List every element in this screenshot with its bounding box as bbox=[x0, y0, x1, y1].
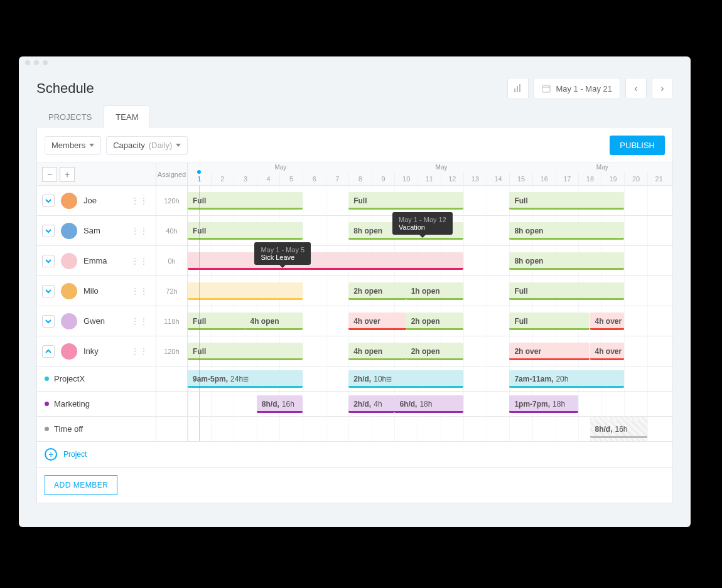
schedule-bar[interactable]: Full bbox=[348, 192, 463, 210]
schedule-bar[interactable]: 4h over bbox=[348, 313, 406, 330]
day-cell[interactable]: 21 bbox=[647, 172, 671, 186]
timeline[interactable]: Full4h open4h over2h openFull4h over bbox=[188, 306, 672, 336]
add-project-button[interactable]: + Project bbox=[37, 442, 94, 467]
schedule-bar[interactable]: Full bbox=[188, 343, 303, 360]
zoom-out-button[interactable]: − bbox=[42, 167, 57, 182]
schedule-bar[interactable]: 2h open bbox=[406, 343, 464, 360]
day-cell[interactable]: 8 bbox=[348, 172, 372, 186]
day-cell[interactable]: 18 bbox=[578, 172, 601, 186]
timeline[interactable]: 2h open1h openFull bbox=[188, 276, 672, 306]
schedule-bar[interactable]: 8h open bbox=[509, 222, 624, 240]
schedule-bar[interactable]: 4h open bbox=[348, 343, 406, 360]
members-select[interactable]: Members bbox=[45, 136, 101, 155]
drag-handle[interactable]: ⋮⋮ bbox=[128, 346, 151, 356]
timeline[interactable]: FullFullFull bbox=[188, 186, 672, 215]
expand-toggle[interactable] bbox=[42, 315, 55, 328]
schedule-bar[interactable]: 2h/d, 4h bbox=[348, 395, 394, 413]
day-cell[interactable]: 16 bbox=[532, 172, 556, 186]
project-name: Marketing bbox=[54, 399, 151, 409]
drag-handle[interactable]: ⋮⋮ bbox=[128, 286, 151, 296]
schedule-bar[interactable]: Full bbox=[188, 222, 303, 240]
traffic-light-icon bbox=[34, 60, 39, 65]
day-cell[interactable]: 13 bbox=[463, 172, 487, 186]
tab-projects[interactable]: PROJECTS bbox=[36, 105, 104, 128]
timeline[interactable]: 8h openMay 1 - May 5Sick Leave bbox=[188, 246, 672, 275]
schedule-bar[interactable]: 2h open bbox=[348, 282, 406, 300]
schedule-bar[interactable]: 4h open bbox=[245, 313, 303, 330]
header: Schedule May 1 - May 21 ‹ › bbox=[19, 69, 691, 105]
expand-toggle[interactable] bbox=[42, 195, 55, 207]
schedule-bar[interactable]: Full bbox=[509, 282, 624, 300]
schedule-bar[interactable]: 4h over bbox=[590, 313, 625, 330]
timeline[interactable]: Full4h open2h open2h over4h over bbox=[188, 336, 672, 366]
drag-handle[interactable]: ⋮⋮ bbox=[128, 196, 151, 206]
day-cell[interactable]: 20 bbox=[624, 172, 647, 186]
day-cell[interactable]: 7 bbox=[326, 172, 349, 186]
timeline[interactable]: Full8h open8h openMay 1 - May 12Vacation bbox=[188, 216, 672, 245]
calendar-icon bbox=[542, 84, 551, 93]
add-member-button[interactable]: ADD MEMBER bbox=[45, 475, 117, 495]
avatar bbox=[61, 283, 77, 299]
drag-handle[interactable]: ⋮⋮ bbox=[128, 316, 151, 326]
expand-toggle[interactable] bbox=[42, 285, 55, 297]
day-cell[interactable]: 14 bbox=[487, 172, 510, 186]
day-cell[interactable]: 3 bbox=[234, 172, 257, 186]
expand-toggle[interactable] bbox=[42, 255, 55, 267]
panel: Members Capacity (Daily) PUBLISH − + Ass… bbox=[36, 128, 673, 503]
titlebar bbox=[19, 56, 691, 69]
schedule-bar[interactable]: 9am-5pm, 24h ☰ bbox=[188, 370, 303, 388]
day-cell[interactable]: 11 bbox=[418, 172, 441, 186]
schedule-bar[interactable]: 7am-11am, 20h bbox=[509, 370, 624, 388]
day-cell[interactable]: 10 bbox=[394, 172, 418, 186]
prev-button[interactable]: ‹ bbox=[625, 78, 647, 99]
avatar bbox=[61, 313, 77, 329]
next-button[interactable]: › bbox=[652, 78, 673, 99]
chevron-down-icon bbox=[89, 144, 94, 147]
schedule-bar[interactable]: 6h/d, 18h bbox=[394, 395, 463, 413]
schedule-bar[interactable]: 8h/d, 16h bbox=[590, 420, 648, 438]
publish-button[interactable]: PUBLISH bbox=[610, 136, 665, 155]
member-name: Milo bbox=[84, 286, 126, 296]
day-cell[interactable]: 12 bbox=[441, 172, 464, 186]
schedule-bar[interactable] bbox=[188, 282, 303, 300]
drag-handle[interactable]: ⋮⋮ bbox=[128, 256, 151, 266]
date-range-picker[interactable]: May 1 - May 21 bbox=[534, 78, 620, 99]
schedule-bar[interactable]: Full bbox=[509, 192, 624, 210]
day-cell[interactable]: 2 bbox=[211, 172, 234, 186]
day-cell[interactable]: 1 bbox=[188, 172, 211, 186]
tab-team[interactable]: TEAM bbox=[104, 105, 150, 128]
svg-rect-0 bbox=[514, 88, 515, 92]
day-cell[interactable]: 19 bbox=[601, 172, 625, 186]
schedule-bar[interactable]: 2h open bbox=[406, 313, 464, 330]
member-name: Emma bbox=[84, 256, 126, 265]
schedule-bar[interactable]: 1pm-7pm, 18h bbox=[509, 395, 578, 413]
zoom-in-button[interactable]: + bbox=[60, 167, 75, 182]
expand-toggle[interactable] bbox=[42, 225, 55, 237]
timeline-header: MayMayMay 123456789101112131415161718192… bbox=[188, 163, 672, 185]
day-cell[interactable]: 4 bbox=[257, 172, 280, 186]
schedule-bar[interactable]: 4h over bbox=[590, 343, 625, 360]
schedule-bar[interactable]: Full bbox=[509, 313, 590, 330]
chart-view-button[interactable] bbox=[507, 78, 529, 99]
day-cell[interactable]: 6 bbox=[303, 172, 326, 186]
schedule-bar[interactable]: 2h over bbox=[509, 343, 590, 360]
drag-handle[interactable]: ⋮⋮ bbox=[128, 226, 151, 236]
day-cell[interactable]: 5 bbox=[279, 172, 303, 186]
schedule-bar[interactable]: Full bbox=[188, 313, 245, 330]
day-cell[interactable]: 17 bbox=[556, 172, 579, 186]
schedule-bar[interactable]: 8h/d, 16h bbox=[257, 395, 303, 413]
date-range-label: May 1 - May 21 bbox=[556, 84, 612, 94]
timeline[interactable]: 8h/d, 16h2h/d, 4h6h/d, 18h1pm-7pm, 18h bbox=[188, 392, 672, 416]
day-cell[interactable]: 15 bbox=[509, 172, 532, 186]
schedule-bar[interactable]: 1h open bbox=[406, 282, 464, 300]
schedule-bar[interactable]: 8h open bbox=[509, 252, 624, 270]
schedule-bar[interactable]: 2h/d, 10h ☰ bbox=[348, 370, 463, 388]
schedule-bar[interactable]: Full bbox=[188, 192, 303, 210]
timeline[interactable]: 8h/d, 16h bbox=[188, 417, 672, 441]
day-cell[interactable]: 9 bbox=[372, 172, 395, 186]
schedule-bar[interactable] bbox=[188, 252, 463, 270]
avatar bbox=[61, 223, 77, 239]
expand-toggle[interactable] bbox=[42, 345, 55, 358]
timeline[interactable]: 9am-5pm, 24h ☰2h/d, 10h ☰7am-11am, 20h bbox=[188, 366, 672, 391]
capacity-select[interactable]: Capacity (Daily) bbox=[106, 136, 188, 155]
